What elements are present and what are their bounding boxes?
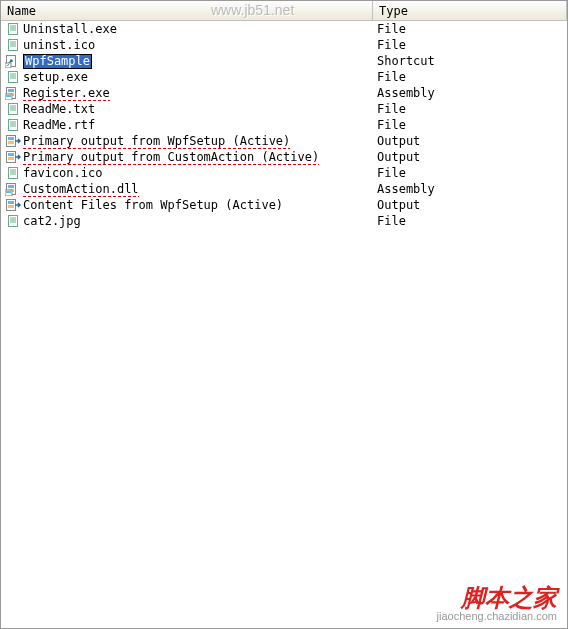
- item-name[interactable]: Primary output from WpfSetup (Active): [23, 134, 373, 149]
- item-type: Output: [373, 134, 420, 148]
- list-item[interactable]: WpfSampleShortcut: [1, 53, 567, 69]
- svg-rect-19: [9, 104, 18, 115]
- output-icon: [5, 197, 21, 213]
- svg-rect-45: [9, 216, 18, 227]
- column-header-row: Name Type: [1, 1, 567, 21]
- item-name-text: Uninstall.exe: [23, 22, 117, 36]
- file-icon: [5, 101, 21, 117]
- watermark-sub: jiaocheng.chazidian.com: [437, 610, 557, 622]
- item-type: File: [373, 38, 406, 52]
- list-item[interactable]: ReadMe.txtFile: [1, 101, 567, 117]
- item-name-text: cat2.jpg: [23, 214, 81, 228]
- list-item[interactable]: uninst.icoFile: [1, 37, 567, 53]
- assembly-icon: [5, 85, 21, 101]
- item-name-text: uninst.ico: [23, 38, 95, 52]
- item-type: File: [373, 214, 406, 228]
- item-name[interactable]: ReadMe.txt: [23, 102, 373, 116]
- svg-rect-33: [9, 168, 18, 179]
- shortcut-icon: [5, 53, 21, 69]
- list-item[interactable]: cat2.jpgFile: [1, 213, 567, 229]
- list-item[interactable]: Primary output from CustomAction (Active…: [1, 149, 567, 165]
- item-name-text: Primary output from CustomAction (Active…: [23, 150, 319, 165]
- column-header-name[interactable]: Name: [1, 1, 373, 20]
- svg-rect-38: [8, 185, 14, 188]
- assembly-icon: [5, 181, 21, 197]
- file-icon: [5, 37, 21, 53]
- item-name[interactable]: uninst.ico: [23, 38, 373, 52]
- item-type: File: [373, 22, 406, 36]
- item-name-text: favicon.ico: [23, 166, 102, 180]
- output-icon: [5, 149, 21, 165]
- svg-rect-4: [9, 40, 18, 51]
- item-name[interactable]: favicon.ico: [23, 166, 373, 180]
- list-item[interactable]: CustomAction.dllAssembly: [1, 181, 567, 197]
- item-name[interactable]: cat2.jpg: [23, 214, 373, 228]
- item-name[interactable]: CustomAction.dll: [23, 182, 373, 197]
- item-type: Assembly: [373, 86, 435, 100]
- svg-rect-44: [8, 205, 14, 208]
- list-item[interactable]: Uninstall.exeFile: [1, 21, 567, 37]
- svg-rect-41: [6, 191, 11, 193]
- item-name-text: Register.exe: [23, 86, 110, 101]
- list-item[interactable]: ReadMe.rtfFile: [1, 117, 567, 133]
- list-item[interactable]: setup.exeFile: [1, 69, 567, 85]
- item-name[interactable]: setup.exe: [23, 70, 373, 84]
- item-name-text: Primary output from WpfSetup (Active): [23, 134, 290, 149]
- list-item[interactable]: Primary output from WpfSetup (Active)Out…: [1, 133, 567, 149]
- item-type: Output: [373, 150, 420, 164]
- svg-rect-32: [8, 157, 14, 160]
- item-name[interactable]: Primary output from CustomAction (Active…: [23, 150, 373, 165]
- svg-rect-29: [8, 141, 14, 144]
- item-name-text: ReadMe.txt: [23, 102, 95, 116]
- item-name-text: Content Files from WpfSetup (Active): [23, 198, 283, 212]
- item-type: File: [373, 166, 406, 180]
- item-type: Shortcut: [373, 54, 435, 68]
- watermark-main: 脚本之家: [437, 582, 557, 614]
- list-item[interactable]: Register.exeAssembly: [1, 85, 567, 101]
- item-type: File: [373, 118, 406, 132]
- watermark-bottom: 脚本之家 jiaocheng.chazidian.com: [437, 582, 557, 622]
- list-item[interactable]: favicon.icoFile: [1, 165, 567, 181]
- svg-rect-28: [8, 137, 14, 140]
- item-name-text: ReadMe.rtf: [23, 118, 95, 132]
- item-name[interactable]: Content Files from WpfSetup (Active): [23, 198, 373, 212]
- item-name[interactable]: Register.exe: [23, 86, 373, 101]
- rename-input[interactable]: WpfSample: [23, 54, 92, 69]
- output-icon: [5, 133, 21, 149]
- svg-rect-43: [8, 201, 14, 204]
- item-name[interactable]: WpfSample: [23, 54, 373, 69]
- svg-rect-10: [9, 72, 18, 83]
- item-name-text: setup.exe: [23, 70, 88, 84]
- svg-rect-31: [8, 153, 14, 156]
- list-item[interactable]: Content Files from WpfSetup (Active)Outp…: [1, 197, 567, 213]
- svg-rect-15: [8, 89, 14, 92]
- file-icon: [5, 165, 21, 181]
- item-type: File: [373, 102, 406, 116]
- column-header-type[interactable]: Type: [373, 1, 567, 20]
- item-name[interactable]: Uninstall.exe: [23, 22, 373, 36]
- svg-rect-23: [9, 120, 18, 131]
- file-icon: [5, 117, 21, 133]
- item-type: Assembly: [373, 182, 435, 196]
- file-icon: [5, 69, 21, 85]
- file-list[interactable]: Uninstall.exeFileuninst.icoFileWpfSample…: [1, 21, 567, 229]
- item-type: Output: [373, 198, 420, 212]
- svg-rect-0: [9, 24, 18, 35]
- svg-rect-18: [6, 95, 11, 97]
- file-icon: [5, 213, 21, 229]
- item-name-text: CustomAction.dll: [23, 182, 139, 197]
- item-name[interactable]: ReadMe.rtf: [23, 118, 373, 132]
- item-type: File: [373, 70, 406, 84]
- file-icon: [5, 21, 21, 37]
